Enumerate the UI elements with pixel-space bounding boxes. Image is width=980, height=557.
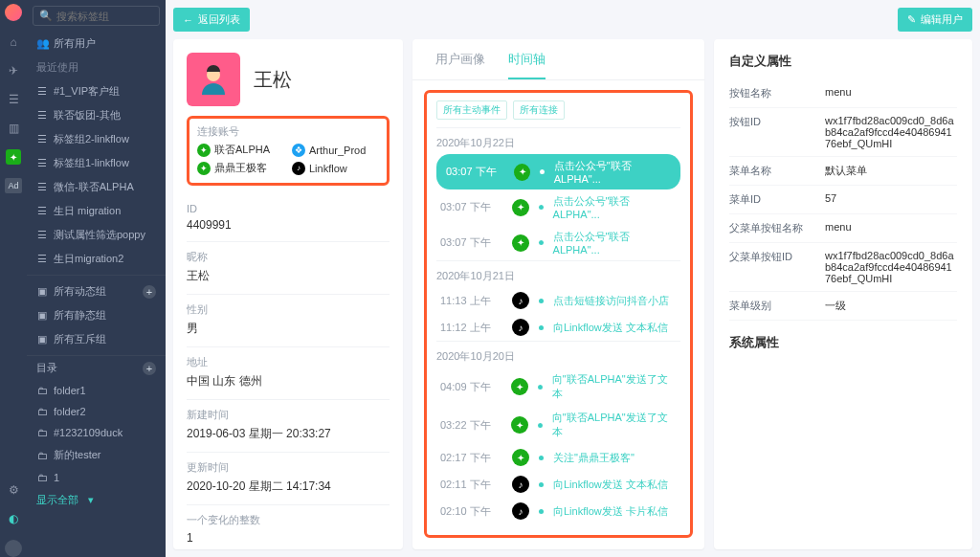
topbar: ←返回列表 ✎编辑用户 xyxy=(166,0,980,32)
account-name: 联否ALPHA xyxy=(214,143,270,157)
attributes-card: 自定义属性 按钮名称menu按钮IDwx1f7fbd28ac009cd0_8d6… xyxy=(714,39,972,549)
attr-key: 父菜单按钮ID xyxy=(729,250,825,284)
sidebar-item[interactable]: ☰联否饭团-其他 xyxy=(27,103,166,127)
sidebar-all-users[interactable]: 👥所有用户 xyxy=(27,32,166,56)
sidebar-folder[interactable]: 🗀folder2 xyxy=(27,401,166,422)
settings-icon[interactable]: ⚙ xyxy=(6,482,21,498)
sidebar-item-label: 新的tester xyxy=(54,448,101,462)
linked-account[interactable]: ❖Arthur_Prod xyxy=(292,143,379,157)
sidebar-item[interactable]: ☰标签组1-linkflow xyxy=(27,151,166,175)
filter-all-connections[interactable]: 所有连接 xyxy=(513,100,565,120)
field-label: 更新时间 xyxy=(187,460,390,475)
sidebar-item[interactable]: ☰标签组2-linkflow xyxy=(27,127,166,151)
attr-value: 默认菜单 xyxy=(825,164,957,178)
tab-timeline[interactable]: 时间轴 xyxy=(508,51,546,79)
sidebar-item-label: 1 xyxy=(54,472,59,483)
linked-accounts-box: 连接账号 ✦联否ALPHA❖Arthur_Prod✦鼎鼎王极客♪Linkflow xyxy=(187,116,390,186)
tag-icon: ☰ xyxy=(36,157,48,169)
sidebar-item-label: #1232109duck xyxy=(54,427,122,438)
field-value: 男 xyxy=(187,321,390,337)
add-icon[interactable]: + xyxy=(143,362,156,375)
folder-icon: ▣ xyxy=(36,333,48,345)
timeline-text: 点击公众号"联否ALPHA"... xyxy=(554,159,671,185)
timeline-row[interactable]: 02:11 下午♪向Linkflow发送 文本私信 xyxy=(436,471,680,498)
ad-icon[interactable]: Ad xyxy=(5,178,22,193)
user-avatar-icon[interactable] xyxy=(5,540,22,557)
timeline-time: 03:07 下午 xyxy=(440,235,502,250)
timeline-row[interactable]: 04:09 下午✦向"联否ALPHA"发送了文本 xyxy=(436,368,680,406)
bullet-icon xyxy=(539,299,544,303)
search-box[interactable]: 🔍 xyxy=(33,6,160,26)
timeline-time: 02:10 下午 xyxy=(440,504,502,519)
edit-user-button[interactable]: ✎编辑用户 xyxy=(898,8,972,32)
timeline-text: 向Linkflow发送 文本私信 xyxy=(553,478,668,492)
tag-icon: ☰ xyxy=(36,181,48,193)
linked-account[interactable]: ✦鼎鼎王极客 xyxy=(197,161,284,175)
sidebar-group[interactable]: ▣所有静态组 xyxy=(27,303,166,327)
sidebar-item-label: 测试属性筛选poppy xyxy=(54,228,145,242)
tab-profile[interactable]: 用户画像 xyxy=(435,51,485,79)
filter-active-events[interactable]: 所有主动事件 xyxy=(436,100,507,120)
dy-icon: ♪ xyxy=(512,292,529,309)
timeline-text: 点击公众号"联否ALPHA"... xyxy=(553,194,677,220)
bullet-icon xyxy=(540,169,545,174)
attr-key: 菜单名称 xyxy=(729,164,825,178)
timeline-date: 2020年10月20日 xyxy=(436,341,680,368)
sidebar-item[interactable]: ☰微信-联否ALPHA xyxy=(27,175,166,199)
tag-icon: ☰ xyxy=(36,85,48,98)
sidebar-item[interactable]: ☰生日 migration xyxy=(27,199,166,223)
sidebar-group[interactable]: ▣所有动态组+ xyxy=(27,279,166,303)
attr-row: 菜单级别一级 xyxy=(729,292,957,321)
custom-attrs-title: 自定义属性 xyxy=(729,53,957,70)
sidebar-item[interactable]: ☰生日migration2 xyxy=(27,247,166,271)
sidebar-folder[interactable]: 🗀#1232109duck xyxy=(27,422,166,443)
sidebar-show-all[interactable]: 显示全部▾ xyxy=(27,488,166,512)
timeline-row[interactable]: 11:12 上午♪向Linkflow发送 文本私信 xyxy=(436,314,680,341)
bullet-icon xyxy=(539,509,544,514)
attr-key: 菜单级别 xyxy=(729,299,825,313)
sidebar: 🔍 👥所有用户 最近使用 ☰#1_VIP客户组☰联否饭团-其他☰标签组2-lin… xyxy=(27,0,166,557)
linked-accounts-label: 连接账号 xyxy=(197,124,379,139)
attr-key: 按钮ID xyxy=(729,115,825,149)
timeline-row[interactable]: 02:10 下午♪向Linkflow发送 卡片私信 xyxy=(436,498,680,524)
timeline-row[interactable]: 03:07 下午✦点击公众号"联否ALPHA"... xyxy=(436,225,680,260)
timeline-row[interactable]: 02:17 下午✦关注"鼎鼎王极客" xyxy=(436,444,680,471)
linked-account[interactable]: ♪Linkflow xyxy=(292,161,379,175)
attr-value: menu xyxy=(825,86,957,100)
timeline-text: 关注"鼎鼎王极客" xyxy=(553,451,635,465)
sidebar-item-label: 目录 xyxy=(36,361,57,375)
timeline-row[interactable]: 11:13 上午♪点击短链接访问抖音小店 xyxy=(436,287,680,314)
account-name: 鼎鼎王极客 xyxy=(214,161,267,175)
sidebar-item[interactable]: ☰测试属性筛选poppy xyxy=(27,223,166,247)
sidebar-folder[interactable]: 🗀folder1 xyxy=(27,380,166,401)
main: ←返回列表 ✎编辑用户 王松 连接账号 ✦联否ALPHA❖Arthur_Prod… xyxy=(166,0,980,557)
users-icon[interactable]: ☰ xyxy=(6,92,21,107)
help-icon[interactable]: ◐ xyxy=(6,511,21,526)
add-icon[interactable]: + xyxy=(143,285,156,299)
send-icon[interactable]: ✈ xyxy=(6,63,21,78)
field-value: 王松 xyxy=(187,268,390,284)
timeline-row[interactable]: 03:07 下午✦点击公众号"联否ALPHA"... xyxy=(436,189,680,225)
search-input[interactable] xyxy=(56,11,153,22)
field-label: ID xyxy=(187,203,390,214)
sidebar-folder[interactable]: 🗀新的tester xyxy=(27,443,166,467)
timeline-row[interactable]: 03:22 下午✦向"联否ALPHA"发送了文本 xyxy=(436,406,680,444)
folder-icon: 🗀 xyxy=(36,472,48,483)
sidebar-dir-header[interactable]: 目录+ xyxy=(27,355,166,380)
back-button[interactable]: ←返回列表 xyxy=(173,8,250,32)
dy-icon: ♪ xyxy=(512,476,529,493)
timeline-time: 11:12 上午 xyxy=(440,321,502,335)
linked-account[interactable]: ✦联否ALPHA xyxy=(197,143,284,157)
profile-field: 一个变化的整数1 xyxy=(187,504,390,545)
sidebar-item[interactable]: ☰#1_VIP客户组 xyxy=(27,79,166,103)
button-label: 编辑用户 xyxy=(921,12,963,27)
wechat-icon[interactable]: ✦ xyxy=(6,149,21,165)
folder-icon: 🗀 xyxy=(36,427,48,438)
bullet-icon xyxy=(538,385,543,390)
timeline-text: 向"联否ALPHA"发送了文本 xyxy=(552,411,677,439)
sidebar-folder[interactable]: 🗀1 xyxy=(27,467,166,488)
timeline-row[interactable]: 03:07 下午✦点击公众号"联否ALPHA"... xyxy=(436,154,680,189)
sidebar-group[interactable]: ▣所有互斥组 xyxy=(27,327,166,351)
home-icon[interactable]: ⌂ xyxy=(6,34,21,50)
chart-icon[interactable]: ▥ xyxy=(6,121,21,136)
